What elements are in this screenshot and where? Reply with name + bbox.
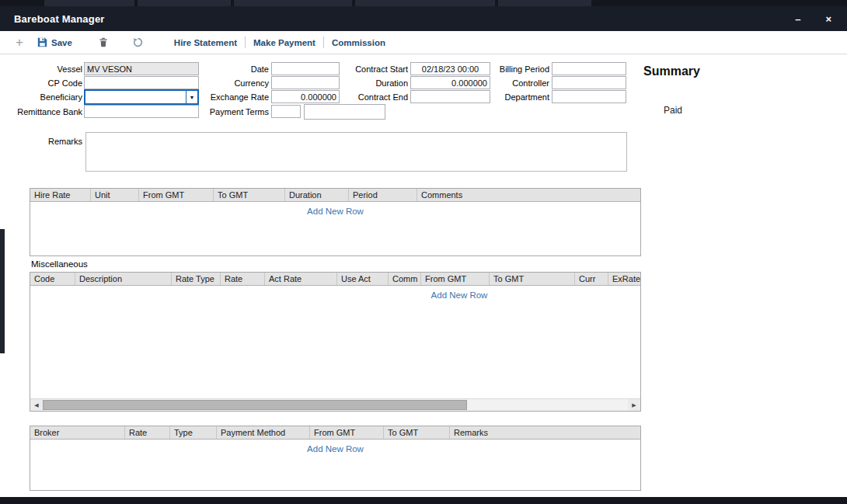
column-header-rate: Rate — [221, 273, 265, 285]
department-input[interactable] — [552, 90, 626, 103]
column-header-rate: Rate — [125, 426, 170, 439]
payment-terms-input[interactable] — [271, 105, 301, 118]
column-header-type: Type — [170, 426, 217, 439]
remarks-label: Remarks — [12, 135, 82, 148]
column-header-from-gmt: From GMT — [139, 189, 214, 201]
hire-rate-table: Hire Rate Unit From GMT To GMT Duration … — [30, 188, 641, 256]
column-header-rate-type: Rate Type — [172, 273, 221, 285]
make-payment-button[interactable]: Make Payment — [246, 38, 323, 47]
exchange-rate-label: Exchange Rate — [199, 91, 269, 104]
column-header-broker: Broker — [30, 426, 125, 439]
paid-label: Paid — [664, 105, 682, 116]
column-header-remarks: Remarks — [450, 426, 640, 439]
miscellaneous-table: Code Description Rate Type Rate Act Rate… — [30, 272, 641, 412]
refresh-icon — [133, 37, 143, 47]
department-label: Department — [479, 91, 549, 104]
payment-terms-desc-input[interactable] — [304, 104, 385, 120]
vessel-label: Vessel — [12, 63, 82, 76]
hire-statement-button[interactable]: Hire Statement — [166, 38, 245, 47]
column-header-exrate: ExRate — [608, 273, 640, 285]
save-label: Save — [51, 38, 72, 47]
bareboat-manager-window: { "window": { "title": "Bareboat Manager… — [0, 0, 847, 504]
background-tab — [44, 0, 134, 6]
add-icon[interactable]: + — [11, 35, 28, 50]
column-header-hire-rate: Hire Rate — [30, 189, 91, 201]
remittance-bank-input[interactable] — [84, 105, 199, 118]
save-button[interactable]: Save — [37, 37, 80, 47]
payment-terms-label: Payment Terms — [199, 106, 269, 119]
broker-table-header: Broker Rate Type Payment Method From GMT… — [30, 426, 640, 440]
column-header-payment-method: Payment Method — [217, 426, 310, 439]
controller-label: Controller — [479, 77, 549, 90]
column-header-period: Period — [349, 189, 417, 201]
exchange-rate-input[interactable] — [271, 90, 340, 103]
column-header-act-rate: Act Rate — [265, 273, 337, 285]
column-header-to-gmt: To GMT — [214, 189, 285, 201]
column-header-description: Description — [75, 273, 172, 285]
column-header-unit: Unit — [91, 189, 139, 201]
cp-code-label: CP Code — [12, 77, 82, 90]
beneficiary-select[interactable]: ▼ — [84, 89, 199, 105]
column-header-comments: Comments — [417, 189, 640, 201]
column-header-duration: Duration — [285, 189, 349, 201]
date-input[interactable] — [271, 62, 340, 75]
column-header-curr: Curr — [575, 273, 608, 285]
hire-rate-table-header: Hire Rate Unit From GMT To GMT Duration … — [30, 189, 640, 202]
window-titlebar[interactable]: Bareboat Manager – × — [0, 6, 847, 31]
duration-input[interactable] — [410, 76, 490, 89]
miscellaneous-table-body: Add New Row — [30, 286, 640, 398]
duration-label: Duration — [338, 77, 408, 90]
background-left-edge — [0, 229, 5, 353]
scroll-left-icon[interactable]: ◀ — [30, 399, 43, 411]
hire-add-new-row-link[interactable]: Add New Row — [30, 207, 640, 216]
save-icon — [37, 37, 47, 47]
background-tab — [234, 0, 352, 6]
billing-period-label: Billing Period — [479, 63, 549, 76]
column-header-code: Code — [30, 273, 75, 285]
minimize-button[interactable]: – — [795, 14, 800, 24]
scroll-right-icon[interactable]: ▶ — [628, 399, 640, 411]
cp-code-input[interactable] — [84, 76, 199, 89]
remittance-bank-label: Remittance Bank — [12, 106, 82, 119]
billing-period-input[interactable] — [552, 62, 626, 75]
column-header-use-act: Use Act — [337, 273, 389, 285]
column-header-to-gmt: To GMT — [490, 273, 575, 285]
currency-label: Currency — [199, 77, 269, 90]
window-content: + Save Hire Statement Make Payment Commi… — [0, 31, 847, 497]
trash-icon — [99, 37, 108, 47]
refresh-button[interactable] — [120, 37, 155, 47]
toolbar: + Save Hire Statement Make Payment Commi… — [0, 31, 847, 54]
column-header-comm: Comm — [389, 273, 421, 285]
vessel-input[interactable] — [84, 62, 199, 75]
miscellaneous-section-label: Miscellaneous — [31, 259, 88, 269]
commission-button[interactable]: Commission — [324, 38, 393, 47]
controller-input[interactable] — [552, 76, 626, 89]
column-header-from-gmt: From GMT — [310, 426, 384, 439]
horizontal-scrollbar[interactable]: ◀ ▶ — [30, 398, 640, 411]
background-bottom-edge — [0, 497, 847, 504]
miscellaneous-table-header: Code Description Rate Type Rate Act Rate… — [30, 273, 640, 286]
summary-title: Summary — [643, 64, 700, 78]
remarks-textarea[interactable] — [85, 132, 627, 172]
date-label: Date — [199, 63, 269, 76]
currency-input[interactable] — [271, 76, 340, 89]
contract-start-label: Contract Start — [338, 63, 408, 76]
chevron-down-icon[interactable]: ▼ — [186, 91, 197, 103]
broker-table: Broker Rate Type Payment Method From GMT… — [30, 426, 641, 491]
contract-end-input[interactable] — [410, 90, 490, 103]
contract-start-input[interactable] — [410, 62, 490, 75]
beneficiary-label: Beneficiary — [12, 91, 82, 104]
column-header-from-gmt: From GMT — [421, 273, 490, 285]
background-tab — [355, 0, 495, 6]
beneficiary-value — [85, 91, 186, 103]
miscellaneous-add-new-row-link[interactable]: Add New Row — [30, 290, 640, 300]
window-title: Bareboat Manager — [0, 13, 105, 25]
close-button[interactable]: × — [825, 14, 831, 24]
delete-button[interactable] — [86, 37, 120, 47]
broker-add-new-row-link[interactable]: Add New Row — [30, 444, 640, 454]
column-header-to-gmt: To GMT — [384, 426, 450, 439]
contract-end-label: Contract End — [338, 91, 408, 104]
background-tab — [138, 0, 231, 6]
background-tab — [498, 0, 591, 6]
scrollbar-thumb[interactable] — [43, 400, 467, 410]
